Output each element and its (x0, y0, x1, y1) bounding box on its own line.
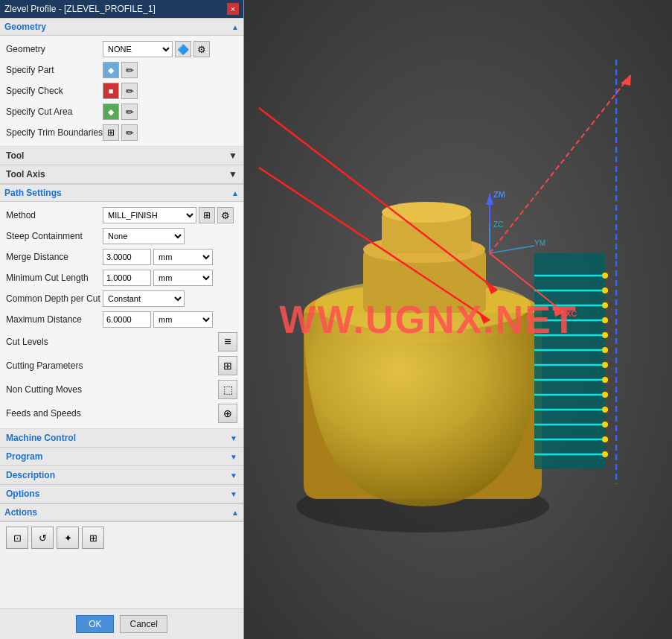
non-cutting-moves-btn[interactable]: ⬚ (218, 380, 237, 399)
close-button[interactable]: × (227, 3, 239, 15)
viewport-3d[interactable]: ZM ZC YM XC WW.UGNX.NET (244, 0, 672, 639)
specify-trim-controls: ⊞ ✏ (103, 124, 237, 141)
cut-levels-label: Cut Levels (6, 337, 218, 347)
geometry-section-label: Geometry (4, 22, 46, 32)
specify-trim-btn[interactable]: ⊞ (103, 124, 119, 141)
action-btn-1[interactable]: ⊡ (6, 527, 28, 549)
machine-control-label: Machine Control (6, 433, 76, 443)
max-distance-label: Maximum Distance (6, 314, 103, 325)
specify-check-row: Specify Check ■ ✏ (0, 80, 243, 101)
merge-distance-input[interactable] (103, 249, 151, 265)
geometry-section-header[interactable]: Geometry ▲ (0, 18, 243, 36)
specify-trim-label: Specify Trim Boundaries (6, 127, 103, 138)
geometry-form: Geometry NONE MCS_MILL WORKPIECE 🔷 ⚙ Spe… (0, 36, 243, 147)
path-settings-label: Path Settings (4, 188, 62, 198)
max-distance-input[interactable] (103, 311, 151, 328)
svg-point-31 (602, 407, 608, 413)
ok-button[interactable]: OK (76, 615, 114, 633)
method-settings-btn[interactable]: ⚙ (217, 207, 234, 223)
tool-axis-section-header[interactable]: Tool Axis ▼ (0, 165, 243, 184)
path-settings-section-header[interactable]: Path Settings ▲ (0, 184, 243, 202)
feeds-speeds-label: Feeds and Speeds (6, 408, 218, 419)
merge-distance-unit[interactable]: mm in (153, 249, 213, 265)
method-label: Method (6, 210, 103, 220)
min-cut-length-unit[interactable]: mm in (153, 270, 213, 286)
max-distance-row: Maximum Distance mm in (0, 309, 243, 330)
geometry-settings-btn[interactable]: ⚙ (193, 41, 210, 57)
geometry-controls: NONE MCS_MILL WORKPIECE 🔷 ⚙ (103, 41, 237, 57)
options-chevron: ▼ (230, 490, 237, 498)
specify-check-label: Specify Check (6, 86, 103, 96)
feeds-speeds-btn[interactable]: ⊕ (218, 404, 237, 423)
cut-levels-btn[interactable]: ≡ (218, 332, 237, 352)
steep-select[interactable]: None Steep Only Non-Steep Only (103, 228, 185, 244)
min-cut-length-input[interactable] (103, 270, 151, 286)
svg-text:YM: YM (534, 239, 545, 247)
cutting-parameters-row: Cutting Parameters ⊞ (0, 354, 243, 378)
merge-distance-controls: mm in (103, 249, 237, 265)
specify-check-info-btn[interactable]: ✏ (121, 83, 138, 99)
specify-part-row: Specify Part ◆ ✏ (0, 60, 243, 80)
description-header[interactable]: Description ▼ (0, 466, 243, 485)
max-distance-unit[interactable]: mm in (153, 311, 213, 328)
viewport-content: ZM ZC YM XC WW.UGNX.NET (244, 0, 672, 639)
specify-cut-area-btn[interactable]: ◆ (103, 104, 119, 120)
geometry-select[interactable]: NONE MCS_MILL WORKPIECE (103, 41, 173, 57)
tool-axis-chevron: ▼ (228, 169, 237, 179)
specify-trim-info-btn[interactable]: ✏ (121, 124, 138, 141)
svg-text:ZC: ZC (493, 220, 503, 229)
merge-distance-row: Merge Distance mm in (0, 247, 243, 267)
geometry-chevron: ▲ (231, 23, 239, 31)
method-controls: MILL_FINISH MILL_ROUGH MILL_SEMI_FINISH … (103, 207, 237, 223)
specify-part-info-btn[interactable]: ✏ (121, 62, 138, 78)
svg-point-25 (602, 317, 608, 323)
actions-label: Actions (4, 507, 37, 518)
actions-toolbar: ⊡ ↺ ✦ ⊞ (0, 521, 243, 553)
tool-section-header[interactable]: Tool ▼ (0, 147, 243, 165)
method-icon-btn[interactable]: ⊞ (199, 207, 215, 223)
svg-text:XC: XC (566, 309, 577, 318)
program-header[interactable]: Program ▼ (0, 448, 243, 466)
merge-distance-label: Merge Distance (6, 252, 103, 262)
specify-cut-area-info-btn[interactable]: ✏ (121, 104, 138, 120)
action-btn-4[interactable]: ⊞ (82, 527, 104, 549)
steep-containment-label: Steep Containment (6, 231, 103, 241)
svg-point-30 (602, 392, 608, 398)
common-depth-row: Common Depth per Cut Constant Variable S… (0, 288, 243, 309)
program-chevron: ▼ (230, 453, 237, 461)
svg-point-22 (602, 273, 608, 279)
specify-part-btn[interactable]: ◆ (103, 62, 119, 78)
options-label: Options (6, 489, 39, 499)
specify-check-btn[interactable]: ■ (103, 83, 119, 99)
tool-axis-label: Tool Axis (6, 169, 45, 179)
svg-point-34 (602, 451, 608, 457)
svg-point-23 (602, 287, 608, 293)
min-cut-length-label: Minimum Cut Length (6, 273, 103, 283)
svg-point-32 (602, 422, 608, 427)
svg-point-24 (602, 302, 608, 308)
machine-control-header[interactable]: Machine Control ▼ (0, 429, 243, 448)
actions-header[interactable]: Actions ▲ (0, 503, 243, 521)
cutting-parameters-btn[interactable]: ⊞ (218, 356, 237, 375)
cutting-parameters-label: Cutting Parameters (6, 360, 218, 371)
geometry-row: Geometry NONE MCS_MILL WORKPIECE 🔷 ⚙ (0, 39, 243, 60)
steep-containment-row: Steep Containment None Steep Only Non-St… (0, 226, 243, 247)
svg-point-33 (602, 436, 608, 442)
geometry-label: Geometry (6, 44, 103, 54)
action-btn-3[interactable]: ✦ (57, 527, 79, 549)
non-cutting-moves-row: Non Cutting Moves ⬚ (0, 378, 243, 401)
machine-control-chevron: ▼ (230, 434, 237, 442)
steep-controls: None Steep Only Non-Steep Only (103, 228, 237, 244)
geometry-object-btn[interactable]: 🔷 (175, 41, 191, 57)
action-btn-2[interactable]: ↺ (31, 527, 54, 549)
program-label: Program (6, 451, 42, 462)
cancel-button[interactable]: Cancel (120, 615, 167, 633)
specify-check-controls: ■ ✏ (103, 83, 237, 99)
common-depth-select[interactable]: Constant Variable Scallop (103, 290, 185, 307)
common-depth-label: Common Depth per Cut (6, 293, 103, 304)
options-header[interactable]: Options ▼ (0, 485, 243, 503)
max-distance-controls: mm in (103, 311, 237, 328)
actions-chevron: ▲ (231, 509, 239, 517)
title-bar: Zlevel Profile - [ZLEVEL_PROFILE_1] × (0, 0, 243, 18)
method-select[interactable]: MILL_FINISH MILL_ROUGH MILL_SEMI_FINISH (103, 207, 196, 223)
